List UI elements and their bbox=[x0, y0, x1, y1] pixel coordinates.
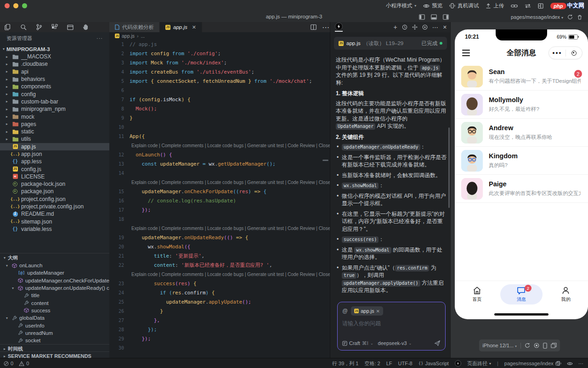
panel-grid-button[interactable] bbox=[538, 3, 543, 9]
error-count[interactable]: 0 bbox=[11, 361, 13, 366]
status-more-icon[interactable]: ⋯ bbox=[578, 361, 583, 367]
more-dots-icon[interactable]: ●●● bbox=[549, 51, 565, 55]
split-editor-icon[interactable] bbox=[311, 24, 317, 30]
tree-folder-api[interactable]: ▸api bbox=[0, 68, 109, 75]
maximize-window-button[interactable] bbox=[22, 3, 27, 8]
outline-item-updateManager[interactable]: [@]updateManager bbox=[0, 269, 109, 276]
cursor-position[interactable]: 行 39，列 1 bbox=[332, 360, 358, 367]
attached-file-chip[interactable]: JS app.js ✕ bbox=[351, 306, 383, 316]
tree-folder-.cloudbase[interactable]: ▸.cloudbase bbox=[0, 60, 109, 68]
tree-file-app.js[interactable]: JSapp.js bbox=[0, 143, 109, 150]
outline-item-userInfo[interactable]: userInfo bbox=[0, 322, 109, 329]
tree-folder-pages[interactable]: ▸pages bbox=[0, 121, 109, 128]
tree-folder-miniprogram_npm[interactable]: ▸miniprogram_npm bbox=[0, 105, 109, 113]
editor-more-actions[interactable]: ⋯ bbox=[322, 23, 330, 32]
message-row-Paige[interactable]: Paige此次要评审的首页和专区页改版的交互方案 bbox=[455, 175, 588, 203]
tree-file-sitemap.json[interactable]: {..}sitemap.json bbox=[0, 218, 109, 225]
message-row-Sean[interactable]: Sean有个问题想咨询一下，关于TDesign组件...2 bbox=[455, 63, 588, 91]
phone-tab-首页[interactable]: 首页 bbox=[456, 284, 498, 305]
outline-item-title[interactable]: title bbox=[0, 292, 109, 299]
clear-cache-icon[interactable] bbox=[577, 14, 582, 20]
page-path-mode-dropdown[interactable]: 页面路径 ▾ bbox=[467, 360, 491, 367]
tree-file-project.private.config.json[interactable]: {..}project.private.config.json bbox=[0, 203, 109, 210]
record-icon[interactable] bbox=[534, 343, 539, 348]
tab-code-dependency-analysis[interactable]: 代码依赖分析 bbox=[109, 22, 160, 32]
home-indicator[interactable] bbox=[494, 313, 548, 316]
tree-file-app.json[interactable]: {..}app.json bbox=[0, 150, 109, 158]
history-icon[interactable] bbox=[402, 24, 407, 30]
eol-sequence[interactable]: LF bbox=[386, 361, 392, 366]
status-page-path[interactable]: pages/message/index bbox=[504, 361, 560, 366]
tree-file-variable.less[interactable]: {}variable.less bbox=[0, 225, 109, 233]
tree-folder-config[interactable]: ▸config bbox=[0, 90, 109, 98]
remove-attachment-icon[interactable]: ✕ bbox=[376, 309, 380, 314]
ai-assistant-tab[interactable] bbox=[335, 23, 343, 32]
model-dropdown[interactable]: deepseek-v3 ⌄ bbox=[378, 340, 412, 346]
tree-folder-utils[interactable]: ▸utils bbox=[0, 135, 109, 143]
tree-folder-components[interactable]: ▸components bbox=[0, 83, 109, 90]
remote-debug-button[interactable]: 真机调试 bbox=[449, 2, 479, 9]
switch-branch-button[interactable] bbox=[525, 4, 531, 8]
close-circle-icon[interactable] bbox=[566, 51, 582, 56]
minimize-window-button[interactable] bbox=[13, 3, 18, 8]
tree-root[interactable]: ▾ MINIPROGRAM-3 bbox=[0, 45, 109, 53]
mode-dropdown[interactable]: 小程序模式 ▾ bbox=[386, 2, 417, 9]
ai-input-placeholder[interactable]: 请输入你的问题 bbox=[342, 320, 441, 328]
tree-file-LICENSE[interactable]: ≡LICENSE bbox=[0, 173, 109, 180]
service-market-section-header[interactable]: ▸ SERVICE MARKET RECOMMENDS bbox=[0, 351, 110, 358]
toggle-left-panel-icon[interactable] bbox=[419, 14, 425, 20]
breadcrumb[interactable]: JS app.js › ... bbox=[109, 32, 330, 40]
remote-debug-status-icon[interactable] bbox=[556, 361, 561, 366]
codelens-actions[interactable]: Explain code | Complete comments | Locat… bbox=[109, 178, 330, 187]
ai-status-icon[interactable] bbox=[455, 360, 461, 367]
outline-item-socket[interactable]: socket bbox=[0, 337, 109, 344]
window-controls[interactable] bbox=[5, 3, 27, 8]
tab-app-js[interactable]: JS app.js ✕ bbox=[160, 22, 202, 32]
close-tab-icon[interactable]: ✕ bbox=[192, 24, 196, 30]
explorer-icon[interactable] bbox=[5, 24, 11, 30]
warning-count[interactable]: 0 bbox=[26, 361, 29, 366]
page-path-dropdown[interactable]: pages/message/index ▾ bbox=[511, 14, 563, 20]
device-frame-icon[interactable] bbox=[543, 343, 547, 349]
rotate-icon[interactable] bbox=[525, 343, 530, 348]
preview-button[interactable]: 预览 bbox=[423, 2, 442, 9]
preview-status-icon[interactable] bbox=[567, 361, 573, 366]
tree-folder-__MACOSX[interactable]: ▸__MACOSX bbox=[0, 53, 109, 60]
tree-folder-mock[interactable]: ▸mock bbox=[0, 113, 109, 120]
outline-item-content[interactable]: content bbox=[0, 299, 109, 306]
ai-panel-scrollbar[interactable] bbox=[448, 127, 450, 208]
outline-item-updateManager-onCheckForUpdate-call-[interactable]: updateManager.onCheckForUpdate() call... bbox=[0, 277, 109, 284]
send-button[interactable] bbox=[434, 340, 441, 346]
message-row-Andrew[interactable]: Andrew现在没空，晚点再联系你哈 bbox=[455, 119, 588, 147]
phone-screen[interactable]: 10:21 69% 全部消息 ●●● Sean有个问题想咨询一下，关于TDesi… bbox=[455, 29, 588, 319]
tree-file-README.md[interactable]: iREADME.md bbox=[0, 210, 109, 218]
agent-mode-dropdown[interactable]: Craft ⌘I ⌄ bbox=[342, 340, 373, 346]
hand-tool-icon[interactable] bbox=[83, 24, 89, 30]
codelens-actions[interactable]: Explain code | Complete comments | Locat… bbox=[109, 141, 330, 150]
toggle-right-panel-icon[interactable] bbox=[443, 14, 449, 20]
close-ai-panel-icon[interactable]: ✕ bbox=[443, 24, 447, 30]
tree-folder-static[interactable]: ▸static bbox=[0, 128, 109, 135]
tree-folder-custom-tab-bar[interactable]: ▸custom-tab-bar bbox=[0, 98, 109, 105]
outline-header[interactable]: ▾ 大纲 bbox=[0, 253, 109, 262]
codelens-actions[interactable]: Explain code | Complete comments | Locat… bbox=[109, 270, 330, 279]
code-editor[interactable]: JS app.js › ... 1// app.js2import config… bbox=[109, 32, 330, 358]
message-row-Mollymolly[interactable]: Mollymolly好久不见，最近咋样? bbox=[455, 91, 588, 119]
window-icon[interactable] bbox=[67, 24, 74, 30]
outline-item-updateManager-onUpdateReady-callback[interactable]: ▾updateManager.onUpdateReady() callback bbox=[0, 284, 109, 292]
language-mode[interactable]: {} JavaScript bbox=[418, 361, 449, 366]
ai-more-actions[interactable]: ⋯ bbox=[432, 24, 438, 31]
toggle-bottom-panel-icon[interactable] bbox=[431, 14, 437, 20]
tree-file-package.json[interactable]: package.json bbox=[0, 188, 109, 195]
outline-item-globalData[interactable]: ▾globalData bbox=[0, 314, 109, 322]
tree-folder-behaviors[interactable]: ▸behaviors bbox=[0, 75, 109, 83]
new-chat-button[interactable]: + bbox=[394, 23, 397, 31]
upload-button[interactable]: 上传 bbox=[486, 2, 504, 9]
search-icon[interactable] bbox=[20, 24, 27, 30]
navigate-icon[interactable] bbox=[412, 24, 418, 30]
device-dropdown[interactable]: iPhone 12/1... ▾ bbox=[482, 343, 516, 348]
mention-icon[interactable]: @ bbox=[342, 308, 348, 314]
explorer-more-icon[interactable]: ··· bbox=[96, 35, 103, 41]
extensions-icon[interactable] bbox=[51, 24, 58, 30]
ai-input-box[interactable]: @ JS app.js ✕ 请输入你的问题 Craft ⌘I ⌄ deepsee… bbox=[337, 302, 446, 351]
